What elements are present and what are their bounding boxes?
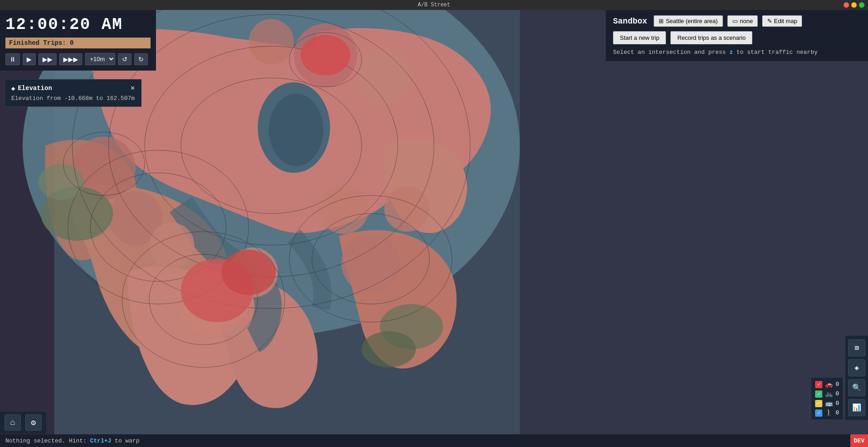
status-bar: Nothing selected. Hint: Ctrl+J to warp D…: [0, 434, 868, 447]
svg-point-12: [319, 184, 368, 234]
bike-check[interactable]: ✓: [815, 390, 822, 398]
map-icon: ⊞: [659, 18, 664, 24]
titlebar: A/B Street: [0, 0, 868, 10]
home-button[interactable]: ⌂: [5, 414, 21, 431]
reset-time-button[interactable]: ↺: [118, 53, 132, 65]
svg-point-5: [269, 94, 323, 166]
minimize-btn[interactable]: [851, 2, 857, 8]
pause-button[interactable]: ⏸: [5, 53, 20, 65]
svg-point-7: [149, 223, 194, 268]
car-icon: 🚗: [825, 380, 833, 388]
window-controls: [844, 2, 864, 8]
sandbox-header: Sandbox ⊞ Seattle (entire area) ▭ none ✎…: [613, 15, 861, 27]
record-trips-button[interactable]: Record trips as a scenario: [670, 31, 752, 44]
map-selector-button[interactable]: ⊞ Seattle (entire area): [654, 15, 723, 27]
map-layers-button[interactable]: ◈: [848, 359, 865, 376]
map-name: Seattle (entire area): [666, 18, 718, 24]
left-panel: 12:00:20 AM Finished Trips: 0 ⏸ ▶ ▶▶ ▶▶▶…: [0, 10, 156, 71]
svg-point-11: [341, 234, 400, 293]
legend-row-bike: ✓ 🚲 0: [815, 390, 839, 398]
bike-count: 0: [835, 390, 839, 397]
time-step-selector[interactable]: +10m +1m +1h: [85, 53, 115, 65]
time-step-select[interactable]: +10m +1m +1h: [85, 53, 115, 65]
svg-point-18: [38, 164, 84, 200]
elevation-info: Elevation from -10.668m to 162.507m: [11, 95, 135, 102]
trips-label: Finished Trips: 0: [9, 39, 74, 47]
settings-icon: ⚙: [31, 418, 36, 428]
svg-point-33: [301, 35, 350, 76]
pedestrian-icon: 🚶: [825, 409, 833, 417]
right-panel: Sandbox ⊞ Seattle (entire area) ▭ none ✎…: [606, 10, 868, 61]
elevation-close-button[interactable]: ×: [131, 84, 135, 92]
play-button[interactable]: ▶: [23, 53, 36, 65]
close-btn[interactable]: [844, 2, 849, 8]
restart-button[interactable]: ↻: [134, 53, 148, 65]
faster-button[interactable]: ▶▶▶: [59, 53, 82, 65]
bike-icon: 🚲: [825, 390, 833, 398]
car-count: 0: [835, 381, 839, 388]
scenario-icon: ▭: [732, 18, 738, 24]
layers-button[interactable]: ⊞: [848, 339, 865, 357]
svg-point-16: [249, 19, 294, 64]
elevation-icon: ◆: [11, 85, 15, 92]
map-area[interactable]: [0, 10, 868, 447]
svg-point-15: [357, 51, 411, 105]
elevation-title-text: Elevation: [18, 85, 52, 92]
scenario-name: none: [740, 18, 753, 24]
maximize-btn[interactable]: [859, 2, 864, 8]
search-button[interactable]: 🔍: [848, 379, 865, 396]
clock-display: 12:00:20 AM: [5, 15, 151, 34]
home-icon: ⌂: [10, 418, 15, 427]
pedestrian-check[interactable]: ✓: [815, 409, 822, 417]
elevation-header: ◆ Elevation ×: [11, 84, 135, 92]
pedestrian-count: 0: [835, 409, 839, 416]
svg-point-13: [384, 186, 429, 232]
fast-button[interactable]: ▶▶: [38, 53, 57, 65]
trips-bar: Finished Trips: 0: [5, 38, 151, 48]
status-text: Nothing selected. Hint: Ctrl+J to warp: [5, 437, 139, 444]
right-toolbar: ⊞ ◈ 🔍 📊: [845, 336, 868, 420]
bus-check[interactable]: ✓: [815, 400, 822, 407]
bottom-left-panel: ⌂ ⚙: [0, 412, 46, 433]
elevation-title: ◆ Elevation: [11, 85, 52, 92]
legend-row-car: ✓ 🚗 0: [815, 380, 839, 388]
scenario-selector-button[interactable]: ▭ none: [727, 15, 758, 27]
stats-button[interactable]: 📊: [848, 399, 865, 416]
legend-row-bus: ✓ 🚌 0: [815, 399, 839, 407]
start-trip-button[interactable]: Start a new trip: [613, 31, 666, 44]
bus-count: 0: [835, 400, 839, 407]
warp-key: Ctrl+J: [90, 437, 111, 444]
playback-controls: ⏸ ▶ ▶▶ ▶▶▶ +10m +1m +1h ↺ ↻: [5, 53, 151, 65]
svg-point-35: [222, 250, 276, 295]
edit-map-button[interactable]: ✎ Edit map: [762, 15, 802, 27]
settings-button[interactable]: ⚙: [25, 414, 42, 431]
map-svg: [0, 10, 868, 447]
elevation-panel: ◆ Elevation × Elevation from -10.668m to…: [5, 79, 142, 107]
action-buttons: Start a new trip Record trips as a scena…: [613, 31, 861, 44]
legend-row-pedestrian: ✓ 🚶 0: [815, 409, 839, 417]
hint-key: z: [729, 49, 733, 56]
dev-badge: DEV: [850, 434, 868, 447]
legend-panel: ✓ 🚗 0 ✓ 🚲 0 ✓ 🚌 0 ✓ 🚶 0: [811, 377, 843, 420]
app-title: A/B Street: [418, 2, 450, 8]
car-check[interactable]: ✓: [815, 381, 822, 388]
bus-icon: 🚌: [825, 399, 833, 407]
sandbox-label: Sandbox: [613, 17, 647, 26]
svg-point-20: [362, 331, 416, 367]
hint-text: Select an intersection and press z to st…: [613, 49, 861, 56]
